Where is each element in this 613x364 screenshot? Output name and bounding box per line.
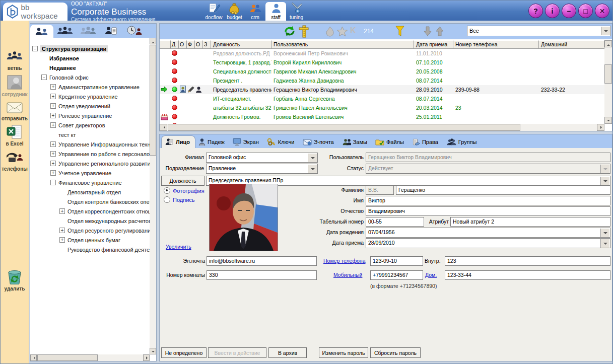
filter-dropdown[interactable]: Все [467, 26, 611, 36]
home-phone-link[interactable]: Дом. [425, 272, 437, 278]
tree-item[interactable]: Кредитное управление [30, 92, 150, 101]
module-crm[interactable]: crm [245, 1, 265, 21]
tree-horizontal-scrollbar[interactable] [30, 354, 150, 361]
tree-item[interactable]: тест кт [30, 130, 150, 139]
staff-row[interactable]: Должность Громов. Громов Василий Евгенье… [160, 112, 604, 121]
tree-item[interactable]: Руководство финансовой деятель [30, 245, 150, 254]
sidebar-item-delete[interactable]: удалить [1, 269, 29, 292]
attribute-field[interactable]: Новый атрибут 2 [450, 217, 610, 227]
info-button[interactable]: i [545, 4, 560, 18]
module-budget[interactable]: budget [224, 1, 245, 21]
tree-expander[interactable] [59, 228, 65, 233]
tree-item[interactable]: Головной офис [30, 72, 150, 82]
tree-item[interactable]: Административное управление [30, 82, 150, 92]
module-docflow[interactable]: docflow [203, 1, 224, 21]
tree-expander[interactable] [50, 180, 56, 185]
column-header-user[interactable]: Пользователь [271, 40, 414, 49]
staff-row[interactable]: Тестировщик, 1 разряд.Т1р Второй Кирилл … [160, 58, 604, 67]
activate-button[interactable]: Ввести в действие [208, 347, 266, 358]
firstname-field[interactable]: Виктор [366, 196, 610, 205]
reset-password-button[interactable]: Сбросить пароль [370, 347, 421, 358]
tab-deputies[interactable]: Замы [339, 136, 372, 148]
tab-case[interactable]: Падеж [195, 136, 230, 148]
tree-tab-schedule[interactable] [123, 24, 146, 38]
module-tuning[interactable]: tuning [286, 1, 307, 21]
tree-expander[interactable] [59, 208, 65, 214]
change-password-button[interactable]: Изменить пароль [319, 347, 368, 358]
tree-expander[interactable] [50, 103, 56, 109]
tree-item[interactable]: Учетное управление [30, 168, 150, 178]
undefined-status-button[interactable]: Не определено [161, 347, 207, 358]
measure-icon[interactable] [299, 25, 309, 38]
flame-icon[interactable] [326, 26, 334, 37]
tab-rights[interactable]: Права [409, 136, 443, 148]
dropdown-arrow-icon[interactable] [600, 177, 609, 185]
tree-item[interactable]: Отдел уведомлений [30, 101, 150, 111]
tree-expander[interactable] [50, 170, 56, 176]
mobile-link[interactable]: Мобильный [333, 272, 362, 278]
tab-keys[interactable]: Ключи [264, 136, 300, 148]
tree-item[interactable]: Отдел ресурсного регулирования [30, 226, 150, 235]
tree-tab-staff-pairs[interactable] [30, 25, 53, 38]
hire-date-select[interactable]: 28/09/2010 [366, 238, 610, 248]
column-header-home-phone[interactable]: Домашний [539, 40, 604, 49]
tree-item[interactable]: Финансовое управление [30, 178, 150, 187]
staff-row[interactable]: атыбаты 32.атыбаты 32 Гришенко Павел Ана… [160, 103, 604, 112]
dropdown-arrow-icon[interactable] [308, 154, 317, 162]
k-filter-icon[interactable]: K [350, 26, 356, 35]
signature-radio[interactable]: Подпись [164, 196, 195, 203]
staff-row[interactable]: Президент . Гаджиева Жанна Давидовна 08.… [160, 76, 604, 85]
tree-expander[interactable] [32, 46, 38, 51]
branch-select[interactable]: Головной офис [206, 153, 318, 163]
staff-row[interactable]: Специальная должность для новы... Гаврил… [160, 67, 604, 76]
tree-tab-person-card[interactable] [100, 24, 123, 38]
sidebar-item-excel[interactable]: в Excel [1, 124, 29, 147]
position-button[interactable]: Должность [161, 176, 205, 186]
tab-person[interactable]: Лицо [161, 135, 195, 148]
tree-tab-all-staff[interactable] [53, 24, 77, 38]
tree-item[interactable]: Структура организации [30, 44, 150, 53]
module-staff[interactable]: staff [265, 2, 286, 21]
tree-expander[interactable] [50, 94, 56, 99]
surname-field[interactable]: Геращенко [396, 185, 610, 195]
tree-expander[interactable] [50, 113, 56, 118]
room-field[interactable]: 330 [207, 270, 317, 280]
tree-item[interactable]: Недавнее [30, 63, 150, 72]
sidebar-item-employee[interactable]: сотрудник [1, 75, 29, 97]
tree-tab-dismissed[interactable] [77, 24, 100, 38]
column-header-z[interactable]: З [203, 40, 211, 49]
column-header-o2[interactable]: О [195, 40, 203, 49]
tree-item[interactable]: Избранное [30, 53, 150, 63]
dropdown-arrow-icon[interactable] [601, 27, 610, 35]
move-up-icon[interactable] [436, 26, 444, 36]
column-header[interactable] [160, 40, 171, 49]
close-button[interactable]: ✕ [595, 4, 609, 18]
star-icon[interactable] [337, 26, 348, 37]
tab-email[interactable]: Э-почта [300, 136, 339, 148]
dropdown-arrow-icon[interactable] [600, 239, 609, 248]
enlarge-photo-link[interactable]: Увеличить [166, 244, 191, 250]
tree-item[interactable]: Управление регионального развития [30, 159, 150, 168]
column-header-o1[interactable]: О [179, 40, 187, 49]
home-phone-field[interactable]: 123-33-44 [445, 270, 610, 280]
column-header-f[interactable]: Ф [187, 40, 195, 49]
sidebar-item-phones[interactable]: телефоны [1, 150, 29, 172]
tree-expander[interactable] [41, 75, 47, 80]
tree-expander[interactable] [50, 141, 56, 147]
tree-expander[interactable] [50, 122, 56, 128]
dropdown-arrow-icon[interactable] [308, 165, 317, 173]
archive-button[interactable]: В архив [268, 347, 307, 358]
photo-radio[interactable]: Фотография [164, 187, 205, 194]
tree-item[interactable]: Ролевое управление [30, 111, 150, 120]
sidebar-item-branch[interactable]: ветвь [1, 50, 29, 71]
refresh-icon[interactable] [284, 25, 296, 37]
tree-expander[interactable] [59, 237, 65, 243]
sidebar-item-send[interactable]: отправить [1, 100, 29, 121]
tab-files[interactable]: Файлы [372, 136, 409, 148]
tree-expander[interactable] [50, 84, 56, 90]
phone-field[interactable]: 123-09-10 [370, 256, 423, 266]
department-select[interactable]: Правление [206, 164, 318, 174]
tree-vertical-scrollbar[interactable] [150, 38, 156, 354]
column-header-position[interactable]: Должность [211, 40, 271, 49]
tab-groups[interactable]: Группы [443, 136, 482, 148]
